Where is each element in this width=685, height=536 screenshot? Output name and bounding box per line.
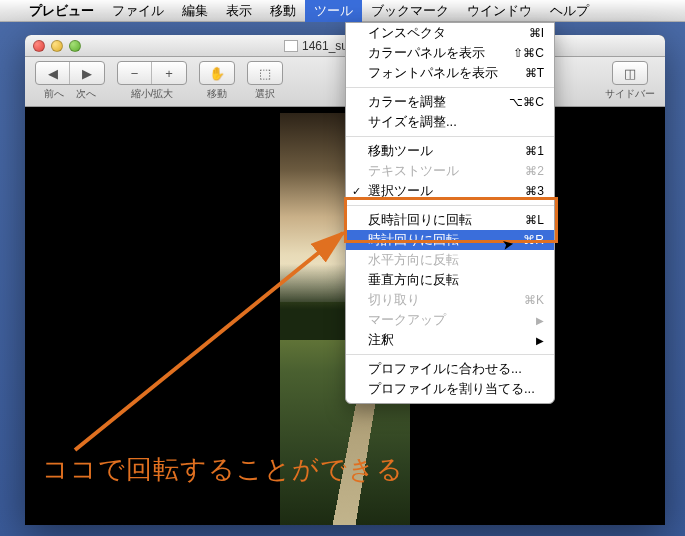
back-button[interactable]: ◀ bbox=[36, 62, 70, 84]
check-icon: ✓ bbox=[352, 185, 361, 198]
menu-item-label: 選択ツール bbox=[368, 182, 433, 200]
menu-item-label: プロファイルを割り当てる... bbox=[368, 380, 535, 398]
move-group: ✋ 移動 bbox=[199, 61, 235, 101]
menu-item[interactable]: 注釈▶ bbox=[346, 330, 554, 350]
sidebar-button[interactable]: ◫ bbox=[613, 62, 647, 84]
menu-tools[interactable]: ツール bbox=[305, 0, 362, 22]
menu-item[interactable]: インスペクタ⌘I bbox=[346, 23, 554, 43]
next-button[interactable]: ▶ bbox=[70, 62, 104, 84]
zoom-group: − + 縮小/拡大 bbox=[117, 61, 187, 101]
next-label: 次へ bbox=[76, 87, 96, 101]
menu-separator bbox=[346, 136, 554, 137]
menu-item[interactable]: プロファイルを割り当てる... bbox=[346, 379, 554, 399]
zoom-out-button[interactable]: − bbox=[118, 62, 152, 84]
menu-shortcut: ⌘3 bbox=[525, 184, 544, 198]
zoom-label: 縮小/拡大 bbox=[131, 87, 174, 101]
menu-item-label: サイズを調整... bbox=[368, 113, 457, 131]
menu-item-label: 垂直方向に反転 bbox=[368, 271, 459, 289]
menu-separator bbox=[346, 205, 554, 206]
select-label: 選択 bbox=[255, 87, 275, 101]
move-tool-button[interactable]: ✋ bbox=[200, 62, 234, 84]
submenu-arrow-icon: ▶ bbox=[536, 315, 544, 326]
menu-item[interactable]: 反時計回りに回転⌘L bbox=[346, 210, 554, 230]
move-label: 移動 bbox=[207, 87, 227, 101]
menu-item-label: 時計回りに回転 bbox=[368, 231, 459, 249]
menu-app[interactable]: プレビュー bbox=[20, 0, 103, 22]
annotation-text: ココで回転することができる bbox=[42, 452, 404, 487]
menu-item[interactable]: カラーを調整⌥⌘C bbox=[346, 92, 554, 112]
sidebar-label: サイドバー bbox=[605, 87, 655, 101]
nav-group: ◀ ▶ 前へ 次へ bbox=[35, 61, 105, 101]
menu-shortcut: ⇧⌘C bbox=[513, 46, 544, 60]
select-tool-button[interactable]: ⬚ bbox=[248, 62, 282, 84]
menu-item-label: プロファイルに合わせる... bbox=[368, 360, 522, 378]
tools-dropdown: インスペクタ⌘Iカラーパネルを表示⇧⌘Cフォントパネルを表示⌘Tカラーを調整⌥⌘… bbox=[345, 22, 555, 404]
menu-separator bbox=[346, 87, 554, 88]
back-label: 前へ bbox=[44, 87, 64, 101]
close-button[interactable] bbox=[33, 40, 45, 52]
menu-item[interactable]: 垂直方向に反転 bbox=[346, 270, 554, 290]
menu-item: テキストツール⌘2 bbox=[346, 161, 554, 181]
zoom-in-button[interactable]: + bbox=[152, 62, 186, 84]
menu-shortcut: ⌘2 bbox=[525, 164, 544, 178]
menu-item: 切り取り⌘K bbox=[346, 290, 554, 310]
menu-window[interactable]: ウインドウ bbox=[458, 0, 541, 22]
menu-file[interactable]: ファイル bbox=[103, 0, 173, 22]
menu-item-label: フォントパネルを表示 bbox=[368, 64, 498, 82]
file-icon bbox=[284, 40, 298, 52]
menu-item-label: 切り取り bbox=[368, 291, 420, 309]
minimize-button[interactable] bbox=[51, 40, 63, 52]
menu-item[interactable]: 時計回りに回転⌘R bbox=[346, 230, 554, 250]
menu-help[interactable]: ヘルプ bbox=[541, 0, 598, 22]
menu-item-label: カラーパネルを表示 bbox=[368, 44, 485, 62]
sidebar-group: ◫ サイドバー bbox=[605, 61, 655, 101]
menu-shortcut: ⌘1 bbox=[525, 144, 544, 158]
menu-go[interactable]: 移動 bbox=[261, 0, 305, 22]
menu-separator bbox=[346, 354, 554, 355]
submenu-arrow-icon: ▶ bbox=[536, 335, 544, 346]
menu-item-label: 移動ツール bbox=[368, 142, 433, 160]
menu-shortcut: ⌘T bbox=[525, 66, 544, 80]
menu-item-label: 水平方向に反転 bbox=[368, 251, 459, 269]
select-group: ⬚ 選択 bbox=[247, 61, 283, 101]
menu-item-label: 反時計回りに回転 bbox=[368, 211, 472, 229]
menu-item: 水平方向に反転 bbox=[346, 250, 554, 270]
menu-view[interactable]: 表示 bbox=[217, 0, 261, 22]
menubar: プレビュー ファイル 編集 表示 移動 ツール ブックマーク ウインドウ ヘルプ bbox=[0, 0, 685, 22]
menu-item: マークアップ▶ bbox=[346, 310, 554, 330]
menu-item[interactable]: サイズを調整... bbox=[346, 112, 554, 132]
menu-item-label: インスペクタ bbox=[368, 24, 446, 42]
menu-shortcut: ⌘K bbox=[524, 293, 544, 307]
menu-item[interactable]: 移動ツール⌘1 bbox=[346, 141, 554, 161]
menu-item[interactable]: ✓選択ツール⌘3 bbox=[346, 181, 554, 201]
menu-shortcut: ⌘I bbox=[529, 26, 544, 40]
menu-shortcut: ⌘L bbox=[525, 213, 544, 227]
menu-item-label: 注釈 bbox=[368, 331, 394, 349]
menu-edit[interactable]: 編集 bbox=[173, 0, 217, 22]
traffic-lights bbox=[33, 40, 81, 52]
menu-item[interactable]: フォントパネルを表示⌘T bbox=[346, 63, 554, 83]
menu-bookmark[interactable]: ブックマーク bbox=[362, 0, 458, 22]
menu-shortcut: ⌥⌘C bbox=[509, 95, 544, 109]
menu-item-label: カラーを調整 bbox=[368, 93, 446, 111]
zoom-button[interactable] bbox=[69, 40, 81, 52]
menu-item[interactable]: カラーパネルを表示⇧⌘C bbox=[346, 43, 554, 63]
menu-shortcut: ⌘R bbox=[523, 233, 544, 247]
menu-item[interactable]: プロファイルに合わせる... bbox=[346, 359, 554, 379]
menu-item-label: テキストツール bbox=[368, 162, 459, 180]
menu-item-label: マークアップ bbox=[368, 311, 446, 329]
